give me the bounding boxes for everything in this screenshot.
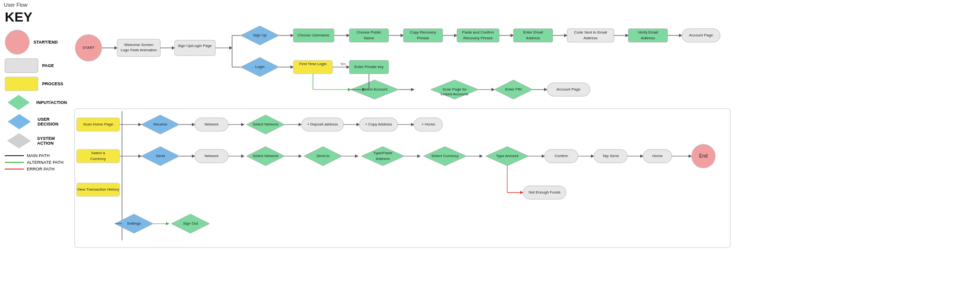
choose-username-label: Choose Username bbox=[298, 33, 330, 37]
svg-text:View Transaction History: View Transaction History bbox=[77, 187, 119, 192]
svg-text:Tap Send: Tap Send bbox=[602, 154, 619, 158]
key-title: KEY bbox=[5, 10, 67, 25]
svg-text:Home: Home bbox=[652, 154, 663, 158]
flowchart-svg: START Welcome Screen Logo Fade Animation… bbox=[74, 6, 974, 303]
svg-text:Send to: Send to bbox=[316, 154, 330, 158]
svg-text:Account Page: Account Page bbox=[689, 33, 713, 37]
svg-text:Account Page: Account Page bbox=[557, 87, 580, 91]
svg-text:Enter Private key: Enter Private key bbox=[355, 65, 384, 69]
main-path-legend: MAIN PATH bbox=[5, 153, 67, 158]
alt-path-legend: ALTERNATE PATH bbox=[5, 160, 67, 165]
svg-text:Address: Address bbox=[641, 36, 655, 40]
svg-text:Copy Recovery: Copy Recovery bbox=[410, 30, 436, 34]
svg-text:Network: Network bbox=[204, 154, 219, 158]
outer-border bbox=[75, 109, 730, 248]
svg-text:Verify Email: Verify Email bbox=[638, 30, 658, 34]
svg-text:First Time Login: First Time Login bbox=[300, 62, 327, 66]
error-path-label: ERROR PATH bbox=[27, 167, 55, 171]
page-shape bbox=[5, 58, 38, 73]
key-system-action: SYSTEM ACTION bbox=[5, 133, 67, 148]
svg-text:Scan Page for: Scan Page for bbox=[443, 87, 467, 91]
svg-text:Currency: Currency bbox=[90, 157, 106, 161]
svg-text:+ Deposit address: + Deposit address bbox=[307, 122, 338, 126]
login-label: Login bbox=[255, 65, 265, 69]
alt-path-label: ALTERNATE PATH bbox=[27, 160, 64, 165]
start-end-shape bbox=[5, 30, 30, 55]
main-path-line bbox=[5, 155, 24, 156]
key-start-end: START/END bbox=[5, 30, 67, 55]
yes-label: Yes bbox=[340, 62, 346, 66]
svg-text:Select a: Select a bbox=[91, 151, 105, 155]
system-action-label: SYSTEM ACTION bbox=[37, 136, 67, 146]
page-title: User Flow bbox=[4, 2, 28, 8]
page-label: PAGE bbox=[42, 63, 54, 68]
svg-text:Select Network: Select Network bbox=[253, 154, 279, 158]
error-path-line bbox=[5, 169, 24, 170]
svg-text:Receive: Receive bbox=[154, 122, 167, 126]
svg-text:Select Network: Select Network bbox=[253, 122, 279, 126]
svg-text:Code Sent to Email: Code Sent to Email bbox=[574, 30, 607, 34]
svg-text:Address: Address bbox=[526, 36, 540, 40]
svg-text:Phrase: Phrase bbox=[417, 36, 429, 40]
process-shape bbox=[5, 77, 38, 91]
svg-text:Enter PIN: Enter PIN bbox=[505, 87, 522, 91]
svg-text:Select Currency: Select Currency bbox=[432, 154, 459, 158]
welcome-label2: Logo Fade Animation bbox=[121, 48, 157, 52]
flow-area: START Welcome Screen Logo Fade Animation… bbox=[74, 6, 980, 307]
input-label: INPUT/ACTION bbox=[36, 100, 67, 105]
svg-text:Address: Address bbox=[376, 157, 390, 161]
svg-text:Linked Accounts: Linked Accounts bbox=[441, 92, 468, 96]
svg-text:Network: Network bbox=[204, 122, 219, 126]
svg-text:Scan Home Page: Scan Home Page bbox=[83, 122, 113, 126]
svg-text:End: End bbox=[699, 153, 708, 159]
svg-text:Confirm: Confirm bbox=[555, 154, 568, 158]
signup-diamond-label: Sign Up bbox=[253, 33, 267, 37]
svg-text:+ Home: + Home bbox=[422, 122, 435, 126]
key-page: PAGE bbox=[5, 58, 67, 73]
svg-text:Recovery Phrase: Recovery Phrase bbox=[463, 36, 493, 40]
svg-text:Address: Address bbox=[583, 36, 597, 40]
start-end-label: START/END bbox=[33, 40, 58, 45]
user-decision-label: USER DECISION bbox=[38, 117, 67, 126]
welcome-label: Welcome Screen bbox=[124, 43, 154, 47]
system-action-shape bbox=[5, 133, 33, 148]
svg-text:Type/Paste: Type/Paste bbox=[373, 151, 393, 155]
svg-text:Enter Email: Enter Email bbox=[523, 30, 543, 34]
key-user-decision: USER DECISION bbox=[5, 114, 67, 129]
user-decision-shape bbox=[5, 114, 34, 129]
svg-text:Settings: Settings bbox=[127, 221, 141, 226]
svg-text:Name: Name bbox=[364, 36, 374, 40]
input-shape bbox=[5, 95, 33, 110]
svg-text:Type Amount: Type Amount bbox=[496, 154, 519, 158]
key-input: INPUT/ACTION bbox=[5, 95, 67, 110]
error-path-legend: ERROR PATH bbox=[5, 167, 67, 171]
process-label: PROCESS bbox=[42, 81, 63, 86]
type-paste-node bbox=[361, 147, 404, 166]
main-path-label: MAIN PATH bbox=[27, 153, 50, 158]
start-label: START bbox=[82, 45, 95, 50]
alt-path-line bbox=[5, 162, 24, 163]
svg-text:Select Account: Select Account bbox=[362, 87, 388, 91]
svg-text:+ Copy Address: + Copy Address bbox=[365, 122, 392, 126]
svg-text:Send: Send bbox=[156, 154, 165, 158]
svg-text:Paste and Confirm: Paste and Confirm bbox=[462, 30, 494, 34]
signup-login-label: Sign Up/Login Page bbox=[178, 44, 212, 48]
svg-text:Sign Out: Sign Out bbox=[183, 221, 198, 226]
key-process: PROCESS bbox=[5, 77, 67, 91]
key-section: KEY START/END PAGE PROCESS INPUT/ACTION … bbox=[5, 10, 67, 173]
svg-text:Not Enough Funds: Not Enough Funds bbox=[529, 190, 561, 194]
svg-text:Choose Public: Choose Public bbox=[356, 30, 381, 34]
